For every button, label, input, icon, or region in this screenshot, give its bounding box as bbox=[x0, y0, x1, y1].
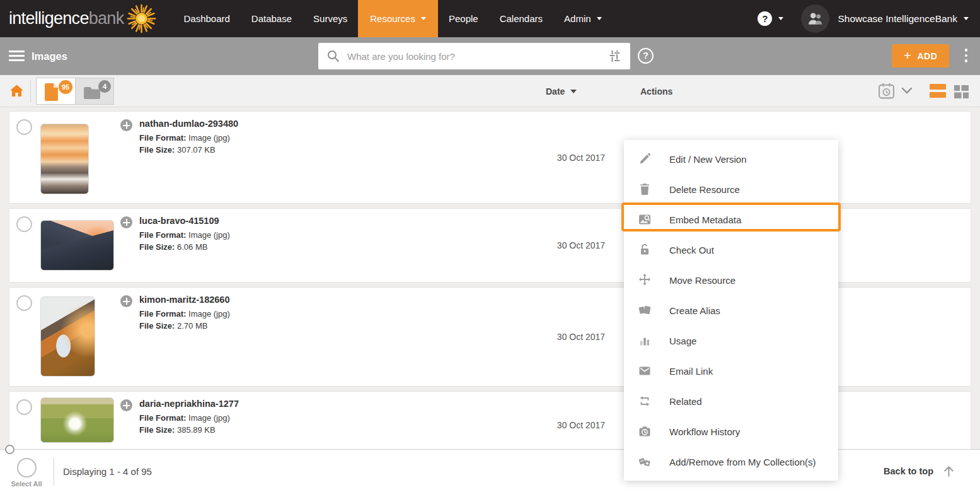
sunburst-logo-icon bbox=[127, 4, 156, 33]
menu-item-workflow-history[interactable]: Workflow History bbox=[624, 416, 838, 447]
select-all-checkbox[interactable] bbox=[17, 458, 37, 477]
page-header: Images ? + ADD bbox=[0, 37, 980, 75]
nav-people[interactable]: People bbox=[438, 0, 489, 37]
top-navbar: intelligencebank bbox=[0, 0, 980, 37]
menu-item-create-alias[interactable]: Create Alias bbox=[624, 295, 838, 325]
app-screen: intelligencebank bbox=[0, 0, 980, 492]
tab-folders[interactable]: 4 bbox=[75, 78, 113, 104]
nav-resources[interactable]: Resources bbox=[358, 0, 438, 37]
format-value: Image (jpg) bbox=[188, 413, 230, 423]
chevron-down-icon[interactable] bbox=[901, 86, 913, 96]
navbar-right: ? Showcase IntelligenceBank bbox=[758, 4, 980, 33]
menu-item-label: Embed Metadata bbox=[669, 214, 741, 225]
add-button[interactable]: + ADD bbox=[892, 44, 949, 67]
date-header-label: Date bbox=[546, 86, 565, 97]
help-circle-icon[interactable]: ? bbox=[638, 48, 654, 64]
resource-size: File Size: 2.70 MB bbox=[139, 320, 230, 332]
menu-item-label: Edit / New Version bbox=[669, 154, 747, 165]
back-to-top-label: Back to top bbox=[884, 466, 933, 476]
menu-item-usage[interactable]: Usage bbox=[624, 325, 838, 356]
alias-icon bbox=[637, 303, 653, 318]
format-value: Image (jpg) bbox=[188, 133, 230, 143]
brand-primary: intelligence bbox=[9, 9, 89, 28]
pagination-status: Displaying 1 - 4 of 95 bbox=[63, 466, 152, 476]
plus-circle-icon[interactable] bbox=[120, 216, 132, 228]
resource-info: nathan-dumlao-293480 File Format: Image … bbox=[139, 119, 238, 156]
resource-thumbnail-mountain-ridge[interactable] bbox=[40, 296, 95, 377]
menu-item-email-link[interactable]: Email Link bbox=[624, 356, 838, 386]
menu-item-label: Check Out bbox=[669, 245, 714, 255]
avatar[interactable] bbox=[801, 4, 829, 33]
account-menu[interactable]: Showcase IntelligenceBank bbox=[838, 13, 957, 25]
filter-sliders-icon[interactable] bbox=[607, 49, 622, 64]
menu-item-label: Related bbox=[669, 396, 702, 407]
lock-open-icon bbox=[637, 242, 653, 257]
chevron-down-icon[interactable] bbox=[778, 17, 783, 20]
format-label: File Format: bbox=[139, 413, 186, 423]
actions-context-menu: Edit / New Version Delete Resource Embed… bbox=[624, 140, 838, 481]
row-checkbox[interactable] bbox=[16, 399, 32, 415]
column-header-date[interactable]: Date bbox=[546, 75, 577, 107]
nav-dashboard[interactable]: Dashboard bbox=[173, 0, 240, 37]
format-value: Image (jpg) bbox=[188, 230, 230, 240]
row-checkbox[interactable] bbox=[16, 216, 32, 232]
row-checkbox[interactable] bbox=[16, 119, 32, 135]
menu-item-label: Move Resource bbox=[669, 275, 735, 286]
size-value: 307.07 KB bbox=[177, 145, 216, 155]
tab-files[interactable]: 95 bbox=[37, 78, 75, 104]
format-value: Image (jpg) bbox=[188, 309, 230, 319]
resource-title[interactable]: kimon-maritz-182660 bbox=[139, 295, 230, 305]
search-input[interactable] bbox=[318, 43, 630, 69]
trash-icon bbox=[637, 182, 653, 197]
chevron-down-icon bbox=[597, 17, 602, 20]
menu-hamburger-icon[interactable] bbox=[9, 50, 25, 64]
resource-title[interactable]: daria-nepriakhina-1277 bbox=[139, 399, 239, 409]
more-options-icon[interactable] bbox=[965, 49, 968, 65]
plus-circle-icon[interactable] bbox=[120, 399, 132, 411]
resource-size: File Size: 307.07 KB bbox=[139, 144, 238, 156]
resource-thumbnail-mountains-dusk[interactable] bbox=[40, 220, 114, 271]
row-checkbox[interactable] bbox=[16, 295, 32, 311]
nav-admin[interactable]: Admin bbox=[553, 0, 613, 37]
menu-item-embed-metadata[interactable]: Embed Metadata bbox=[624, 204, 838, 235]
menu-item-add-remove-collection[interactable]: Add/Remove from My Collection(s) bbox=[624, 447, 838, 477]
menu-item-check-out[interactable]: Check Out bbox=[624, 235, 838, 265]
grid-view-toggle[interactable] bbox=[953, 83, 970, 100]
footer-divider bbox=[54, 457, 54, 486]
calendar-clock-icon[interactable] bbox=[877, 82, 896, 100]
resource-title[interactable]: nathan-dumlao-293480 bbox=[139, 119, 238, 129]
size-label: File Size: bbox=[139, 145, 175, 155]
page-title: Images bbox=[32, 37, 67, 75]
main-navigation: Dashboard Database Surveys Resources Peo… bbox=[173, 0, 612, 37]
help-icon[interactable]: ? bbox=[758, 11, 772, 26]
menu-item-edit-new-version[interactable]: Edit / New Version bbox=[624, 144, 838, 174]
resource-thumbnail-dandelion-field[interactable] bbox=[40, 397, 114, 443]
collections-icon bbox=[637, 454, 653, 469]
nav-calendars-label: Calendars bbox=[500, 13, 543, 24]
nav-database[interactable]: Database bbox=[241, 0, 303, 37]
resize-handle[interactable] bbox=[5, 445, 14, 454]
resource-format: File Format: Image (jpg) bbox=[139, 229, 230, 241]
nav-calendars[interactable]: Calendars bbox=[489, 0, 553, 37]
resource-thumbnail-sunset-clouds[interactable] bbox=[40, 124, 89, 194]
nav-surveys-label: Surveys bbox=[313, 13, 347, 24]
brand-logo[interactable]: intelligencebank bbox=[0, 4, 156, 33]
menu-item-label: Usage bbox=[669, 336, 696, 346]
menu-item-move-resource[interactable]: Move Resource bbox=[624, 265, 838, 295]
sort-caret-icon bbox=[570, 90, 577, 93]
menu-item-related[interactable]: Related bbox=[624, 386, 838, 416]
home-icon[interactable] bbox=[9, 83, 25, 98]
actions-header-label: Actions bbox=[640, 86, 672, 97]
plus-circle-icon[interactable] bbox=[120, 295, 132, 307]
format-label: File Format: bbox=[139, 133, 186, 143]
chevron-down-icon[interactable] bbox=[964, 17, 969, 20]
resource-title[interactable]: luca-bravo-415109 bbox=[139, 216, 230, 226]
plus-circle-icon[interactable] bbox=[120, 119, 132, 131]
list-view-toggle[interactable] bbox=[930, 84, 946, 100]
nav-surveys[interactable]: Surveys bbox=[303, 0, 358, 37]
back-to-top-button[interactable]: Back to top bbox=[884, 464, 956, 478]
size-value: 385.89 KB bbox=[177, 425, 216, 435]
menu-item-delete-resource[interactable]: Delete Resource bbox=[624, 174, 838, 204]
resource-format: File Format: Image (jpg) bbox=[139, 308, 230, 320]
select-all-control[interactable]: Select All bbox=[8, 458, 45, 488]
